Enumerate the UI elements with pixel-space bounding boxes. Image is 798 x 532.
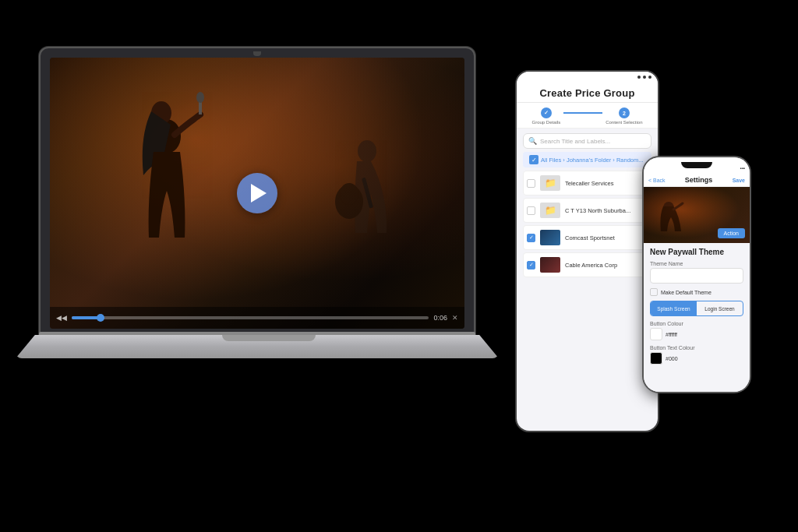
list-item[interactable]: 📁 C T Y13 North Suburba...: [523, 198, 651, 223]
svg-point-4: [358, 140, 376, 162]
phone-notch: [681, 162, 712, 168]
file-checkbox[interactable]: [527, 206, 535, 215]
guitarist-silhouette: [324, 132, 402, 280]
laptop: ◀◀ 0:06 ✕: [39, 47, 499, 452]
phone-section-title: New Paywall Theme: [650, 248, 743, 256]
tab-splash-screen[interactable]: Splash Screen: [651, 301, 697, 315]
step-2: 2 Content Selection: [606, 107, 642, 125]
select-all-checkbox[interactable]: ✓: [529, 155, 538, 164]
scene: ◀◀ 0:06 ✕: [0, 0, 798, 532]
file-checkbox-checked[interactable]: ✓: [527, 234, 535, 242]
phone-video-thumbnail: Action: [644, 187, 750, 243]
laptop-camera: [253, 51, 261, 56]
phone-screen: ▪▪▪ < Back Settings Save Action: [644, 157, 750, 392]
svg-point-6: [340, 183, 358, 205]
volume-icon[interactable]: ◀◀: [56, 314, 67, 322]
phone-video-singer: [651, 192, 690, 239]
step-2-label: Content Selection: [606, 120, 642, 125]
step-1: ✓ Group Details: [531, 107, 560, 125]
signal-dot-2: [643, 76, 646, 79]
back-button[interactable]: < Back: [648, 178, 666, 183]
step-line: [563, 112, 602, 114]
phone-page-title: Settings: [685, 176, 713, 184]
tablet-status-bar: [517, 72, 658, 83]
check-icon: ✓: [529, 262, 534, 268]
video-content: ◀◀ 0:06 ✕: [50, 58, 464, 329]
button-text-colour-swatch[interactable]: [650, 352, 662, 365]
folder-icon: 📁: [545, 205, 556, 216]
button-colour-swatch[interactable]: [650, 328, 662, 340]
tablet-device: Create Price Group ✓ Group Details 2 Con…: [515, 70, 659, 432]
tablet-screen: Create Price Group ✓ Group Details 2 Con…: [517, 72, 658, 431]
phone-device: ▪▪▪ < Back Settings Save Action: [642, 156, 751, 393]
file-thumbnail: [540, 257, 560, 273]
step-2-circle: 2: [619, 107, 630, 118]
theme-name-input[interactable]: [650, 268, 743, 284]
button-text-colour-label: Button Text Colour: [650, 345, 743, 351]
video-controls: ◀◀ 0:06 ✕: [50, 307, 464, 329]
list-item[interactable]: ✓ Comcast Sportsnet: [523, 225, 651, 250]
breadcrumb-row: ✓ All Files › Johanna's Folder › Random.…: [523, 152, 651, 167]
file-checkbox-checked[interactable]: ✓: [527, 261, 535, 270]
play-button[interactable]: [237, 173, 277, 213]
folder-icon: 📁: [545, 178, 556, 188]
make-default-row: Make Default Theme: [650, 288, 743, 296]
check-mark: ✓: [531, 157, 537, 164]
file-thumbnail: 📁: [540, 175, 560, 191]
signal-dot-1: [637, 76, 641, 79]
file-name: Comcast Sportsnet: [565, 234, 648, 241]
check-icon: ✓: [529, 234, 534, 241]
laptop-screen: ◀◀ 0:06 ✕: [50, 58, 464, 329]
theme-name-field: Theme Name: [650, 261, 743, 284]
phone-action-button[interactable]: Action: [718, 228, 745, 238]
laptop-trackpad-notch: [222, 335, 316, 341]
tab-login-screen[interactable]: Login Screen: [697, 301, 743, 315]
file-list: 📁 Telecaller Services 📁 C T Y13 North Su…: [517, 171, 658, 431]
signal-dot-3: [648, 76, 651, 79]
theme-name-label: Theme Name: [650, 261, 743, 266]
steps-indicator: ✓ Group Details 2 Content Selection: [517, 103, 658, 129]
button-colour-field: Button Colour #ffffff: [650, 321, 743, 340]
tablet-page-title: Create Price Group: [524, 87, 650, 99]
breadcrumb-path: All Files › Johanna's Folder › Random...: [541, 157, 643, 164]
laptop-screen-frame: ◀◀ 0:06 ✕: [39, 47, 475, 335]
svg-point-3: [196, 92, 204, 103]
button-colour-label: Button Colour: [650, 321, 743, 326]
search-icon: 🔍: [528, 137, 537, 145]
button-text-colour-field: Button Text Colour #000: [650, 345, 743, 365]
search-placeholder: Search Title and Labels...: [540, 138, 610, 145]
phone-header: < Back Settings Save: [644, 173, 750, 187]
screen-tabs: Splash Screen Login Screen: [650, 301, 743, 316]
progress-indicator: [97, 314, 104, 322]
file-thumbnail: [540, 230, 560, 245]
file-thumbnail: 📁: [540, 203, 560, 218]
step-1-label: Group Details: [531, 120, 560, 125]
play-icon: [251, 184, 267, 203]
file-checkbox[interactable]: [527, 179, 535, 188]
file-name: Cable America Corp: [565, 262, 648, 269]
phone-battery-icon: ▪▪▪: [740, 166, 745, 171]
button-colour-value: #ffffff: [666, 332, 677, 337]
close-icon[interactable]: ✕: [452, 314, 458, 322]
save-button[interactable]: Save: [733, 178, 745, 183]
list-item[interactable]: ✓ Cable America Corp: [523, 252, 651, 277]
file-name: C T Y13 North Suburba...: [565, 207, 648, 214]
search-bar[interactable]: 🔍 Search Title and Labels...: [523, 133, 651, 149]
button-text-colour-input-row: #000: [650, 352, 743, 365]
make-default-label: Make Default Theme: [661, 290, 711, 295]
list-item[interactable]: 📁 Telecaller Services: [523, 171, 651, 196]
tablet-header: Create Price Group: [517, 83, 658, 103]
time-display: 0:06: [433, 314, 447, 322]
button-colour-input-row: #ffffff: [650, 328, 743, 340]
make-default-checkbox[interactable]: [650, 288, 658, 296]
file-name: Telecaller Services: [565, 180, 648, 187]
step-1-circle: ✓: [541, 107, 552, 118]
phone-content: New Paywall Theme Theme Name Make Defaul…: [644, 243, 750, 392]
progress-bar[interactable]: [72, 316, 429, 319]
button-text-colour-value: #000: [666, 356, 678, 361]
singer-silhouette: [116, 90, 217, 269]
